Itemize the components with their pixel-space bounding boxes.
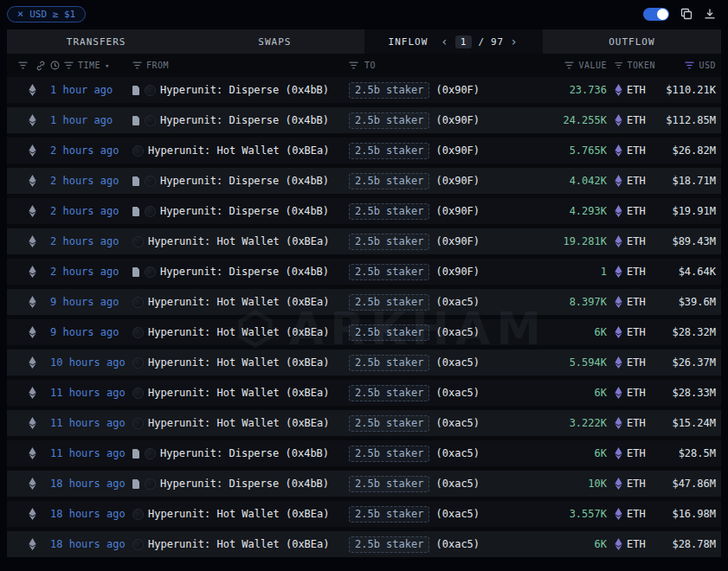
to-entity-badge[interactable]: 2.5b staker — [349, 294, 429, 311]
from-cell[interactable]: Hyperunit: Hot Wallet (0xBEa) — [132, 356, 349, 369]
from-cell[interactable]: Hyperunit: Disperse (0x4bB) — [132, 266, 349, 278]
next-page-icon[interactable]: › — [510, 35, 518, 48]
prev-page-icon[interactable]: ‹ — [441, 35, 448, 48]
eth-token-icon — [615, 326, 622, 338]
from-cell[interactable]: Hyperunit: Disperse (0x4bB) — [132, 447, 349, 459]
to-cell[interactable]: 2.5b staker (0xac5) — [349, 415, 557, 432]
download-icon[interactable] — [704, 8, 716, 20]
to-entity-badge[interactable]: 2.5b staker — [349, 506, 429, 523]
to-entity-badge[interactable]: 2.5b staker — [349, 415, 429, 432]
to-entity-badge[interactable]: 2.5b staker — [349, 385, 429, 401]
column-header-to[interactable]: TO — [349, 61, 557, 70]
table-row[interactable]: 11 hours ago Hyperunit: Hot Wallet (0xBE… — [7, 410, 721, 436]
transaction-time-link[interactable]: 2 hours ago — [50, 175, 119, 187]
to-cell[interactable]: 2.5b staker (0x90F) — [349, 203, 557, 220]
tab-inflow[interactable]: INFLOW ‹ 1 / 97 › — [364, 29, 543, 54]
table-row[interactable]: 9 hours ago Hyperunit: Hot Wallet (0xBEa… — [7, 289, 721, 315]
to-entity-badge[interactable]: 2.5b staker — [349, 203, 429, 220]
table-row[interactable]: 2 hours ago Hyperunit: Disperse (0x4bB) … — [7, 198, 721, 224]
to-entity-badge[interactable]: 2.5b staker — [349, 446, 429, 462]
from-cell[interactable]: Hyperunit: Disperse (0x4bB) — [132, 175, 349, 187]
column-header-from[interactable]: FROM — [132, 61, 349, 70]
from-cell[interactable]: Hyperunit: Hot Wallet (0xBEa) — [132, 508, 349, 520]
table-row[interactable]: 2 hours ago Hyperunit: Hot Wallet (0xBEa… — [7, 138, 721, 164]
to-entity-badge[interactable]: 2.5b staker — [349, 234, 429, 250]
to-cell[interactable]: 2.5b staker (0x90F) — [349, 264, 557, 280]
transaction-time-link[interactable]: 2 hours ago — [50, 266, 119, 278]
from-cell[interactable]: Hyperunit: Disperse (0x4bB) — [132, 205, 349, 217]
from-cell[interactable]: Hyperunit: Hot Wallet (0xBEa) — [132, 417, 349, 429]
transaction-time-link[interactable]: 2 hours ago — [50, 205, 119, 217]
transaction-time-link[interactable]: 18 hours ago — [50, 508, 126, 520]
from-cell[interactable]: Hyperunit: Hot Wallet (0xBEa) — [132, 387, 349, 399]
from-cell[interactable]: Hyperunit: Disperse (0x4bB) — [132, 478, 349, 490]
from-cell[interactable]: Hyperunit: Hot Wallet (0xBEa) — [132, 296, 349, 308]
to-entity-badge[interactable]: 2.5b staker — [349, 82, 429, 99]
to-cell[interactable]: 2.5b staker (0x90F) — [349, 143, 557, 159]
transaction-time-link[interactable]: 18 hours ago — [50, 478, 126, 490]
to-entity-badge[interactable]: 2.5b staker — [349, 264, 429, 280]
to-entity-badge[interactable]: 2.5b staker — [349, 324, 429, 341]
table-row[interactable]: 18 hours ago Hyperunit: Disperse (0x4bB)… — [7, 471, 721, 497]
table-row[interactable]: 1 hour ago Hyperunit: Disperse (0x4bB) 2… — [7, 107, 721, 133]
remove-filter-icon[interactable]: × — [17, 9, 23, 19]
table-row[interactable]: 11 hours ago Hyperunit: Hot Wallet (0xBE… — [7, 380, 721, 406]
table-row[interactable]: 18 hours ago Hyperunit: Hot Wallet (0xBE… — [7, 531, 721, 557]
transaction-time-link[interactable]: 11 hours ago — [50, 417, 126, 429]
to-cell[interactable]: 2.5b staker (0xac5) — [349, 506, 557, 523]
column-header-value[interactable]: VALUE — [557, 61, 607, 70]
to-entity-badge[interactable]: 2.5b staker — [349, 112, 429, 129]
from-cell[interactable]: Hyperunit: Hot Wallet (0xBEa) — [132, 235, 349, 247]
tab-transfers[interactable]: TRANSFERS — [7, 29, 185, 54]
tab-swaps[interactable]: SWAPS — [185, 29, 364, 54]
usd-filter-chip[interactable]: × USD ≥ $1 — [7, 6, 86, 22]
to-entity-badge[interactable]: 2.5b staker — [349, 536, 429, 553]
transaction-time-link[interactable]: 18 hours ago — [50, 538, 126, 550]
table-row[interactable]: 11 hours ago Hyperunit: Disperse (0x4bB)… — [7, 440, 721, 466]
to-cell[interactable]: 2.5b staker (0xac5) — [349, 536, 557, 553]
table-row[interactable]: 18 hours ago Hyperunit: Hot Wallet (0xBE… — [7, 501, 721, 527]
to-cell[interactable]: 2.5b staker (0xac5) — [349, 476, 557, 492]
to-cell[interactable]: 2.5b staker (0x90F) — [349, 173, 557, 189]
transaction-time-link[interactable]: 1 hour ago — [50, 114, 113, 126]
table-row[interactable]: 1 hour ago Hyperunit: Disperse (0x4bB) 2… — [7, 77, 721, 103]
table-row[interactable]: 2 hours ago Hyperunit: Hot Wallet (0xBEa… — [7, 228, 721, 254]
to-cell[interactable]: 2.5b staker (0xac5) — [349, 355, 557, 371]
transaction-time-link[interactable]: 9 hours ago — [50, 296, 119, 308]
transaction-time-link[interactable]: 11 hours ago — [50, 447, 126, 459]
transaction-time-link[interactable]: 2 hours ago — [50, 235, 119, 247]
column-header-token[interactable]: TOKEN — [607, 61, 655, 70]
table-row[interactable]: 10 hours ago Hyperunit: Hot Wallet (0xBE… — [7, 350, 721, 375]
table-row[interactable]: 2 hours ago Hyperunit: Disperse (0x4bB) … — [7, 259, 721, 285]
from-cell[interactable]: Hyperunit: Hot Wallet (0xBEa) — [132, 144, 349, 157]
transaction-time-link[interactable]: 10 hours ago — [50, 356, 126, 369]
from-cell[interactable]: Hyperunit: Hot Wallet (0xBEa) — [132, 538, 349, 550]
from-cell[interactable]: Hyperunit: Hot Wallet (0xBEa) — [132, 326, 349, 338]
transaction-time-link[interactable]: 1 hour ago — [50, 84, 113, 96]
to-entity-badge[interactable]: 2.5b staker — [349, 173, 429, 189]
filter-icon[interactable] — [18, 61, 28, 69]
from-cell[interactable]: Hyperunit: Disperse (0x4bB) — [132, 114, 349, 126]
to-cell[interactable]: 2.5b staker (0xac5) — [349, 446, 557, 462]
tx-link-icon[interactable] — [35, 61, 46, 71]
transaction-time-link[interactable]: 9 hours ago — [50, 326, 119, 338]
to-entity-badge[interactable]: 2.5b staker — [349, 476, 429, 492]
to-cell[interactable]: 2.5b staker (0x90F) — [349, 234, 557, 250]
to-entity-badge[interactable]: 2.5b staker — [349, 143, 429, 159]
transaction-time-link[interactable]: 11 hours ago — [50, 387, 126, 399]
to-cell[interactable]: 2.5b staker (0xac5) — [349, 385, 557, 401]
to-cell[interactable]: 2.5b staker (0xac5) — [349, 324, 557, 341]
table-row[interactable]: 2 hours ago Hyperunit: Disperse (0x4bB) … — [7, 168, 721, 194]
from-cell[interactable]: Hyperunit: Disperse (0x4bB) — [132, 84, 349, 96]
transaction-time-link[interactable]: 2 hours ago — [50, 144, 119, 157]
to-cell[interactable]: 2.5b staker (0x90F) — [349, 82, 557, 99]
to-entity-badge[interactable]: 2.5b staker — [349, 355, 429, 371]
column-header-usd[interactable]: USD — [655, 61, 716, 70]
to-cell[interactable]: 2.5b staker (0xac5) — [349, 294, 557, 311]
usd-toggle-switch[interactable] — [643, 8, 669, 21]
to-cell[interactable]: 2.5b staker (0x90F) — [349, 112, 557, 129]
copy-icon[interactable] — [680, 8, 693, 20]
column-header-time[interactable]: TIME ▾ — [50, 61, 132, 70]
table-row[interactable]: 9 hours ago Hyperunit: Hot Wallet (0xBEa… — [7, 319, 721, 345]
tab-outflow[interactable]: OUTFLOW — [543, 29, 721, 54]
